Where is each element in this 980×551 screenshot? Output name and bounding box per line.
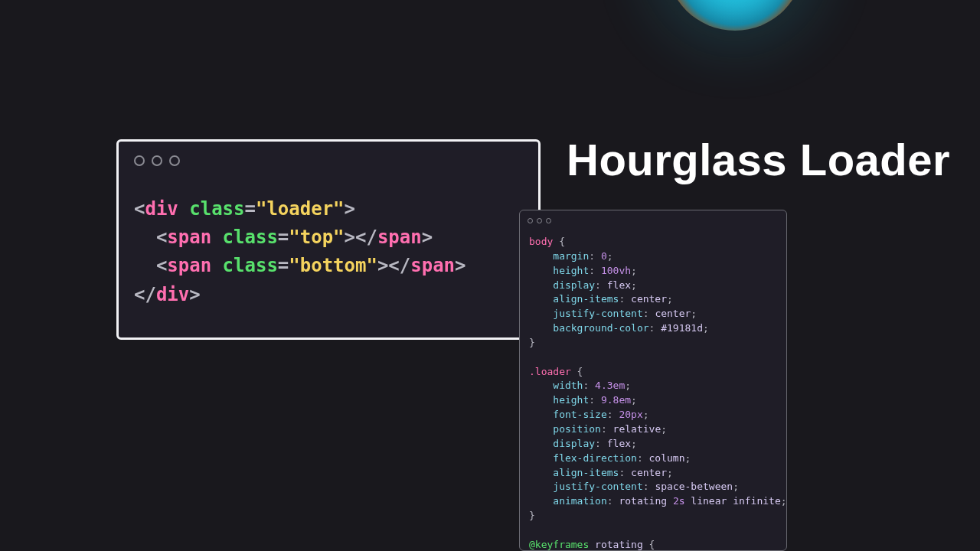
- code-token: [529, 250, 553, 262]
- code-token: ;: [667, 293, 673, 305]
- decorative-orb: [666, 0, 804, 31]
- code-token: [529, 279, 553, 291]
- code-line: }: [529, 336, 787, 350]
- code-token: space-between: [655, 481, 733, 492]
- code-token: flex: [607, 279, 631, 291]
- code-token: ;: [685, 452, 691, 464]
- code-token: ></: [345, 227, 377, 248]
- code-token: span: [410, 255, 455, 276]
- code-token: align-items: [553, 467, 619, 478]
- code-token: ;: [631, 438, 637, 449]
- code-token: {: [643, 539, 655, 550]
- code-token: [211, 227, 222, 248]
- code-line: position: relative;: [529, 422, 787, 437]
- code-token: ></: [377, 255, 410, 276]
- code-token: >: [422, 227, 433, 248]
- code-line: justify-content: center;: [529, 307, 787, 321]
- code-line: <span class="top"></span>: [134, 223, 466, 252]
- code-token: span: [167, 227, 211, 248]
- code-token: }: [529, 510, 535, 521]
- code-token: ;: [667, 467, 673, 478]
- code-token: ;: [691, 308, 697, 319]
- code-line: background-color: #19181d;: [529, 321, 787, 336]
- code-line: <div class="loader">: [134, 195, 466, 223]
- code-token: body: [529, 236, 553, 247]
- code-token: justify-content: [553, 481, 642, 492]
- code-token: center: [631, 467, 667, 478]
- code-token: height: [553, 394, 589, 406]
- code-token: :: [643, 481, 655, 492]
- code-token: =: [245, 198, 256, 220]
- code-token: {: [553, 236, 565, 247]
- code-token: :: [583, 380, 595, 391]
- code-line: </div>: [134, 281, 466, 309]
- code-token: .loader: [529, 366, 571, 377]
- code-line: .loader {: [529, 365, 787, 380]
- code-token: [529, 322, 553, 334]
- code-line: @keyframes rotating {: [529, 538, 787, 551]
- code-token: ;: [625, 380, 631, 391]
- code-token: </: [134, 284, 156, 305]
- code-token: [529, 481, 553, 492]
- code-token: <: [134, 227, 167, 248]
- window-dot-icon: [152, 155, 162, 166]
- code-token: :: [607, 495, 619, 507]
- code-token: [589, 539, 595, 550]
- code-token: rotating: [595, 539, 643, 550]
- code-token: <: [134, 198, 145, 220]
- code-line: font-size: 20px;: [529, 408, 787, 422]
- code-token: center: [631, 293, 667, 305]
- code-token: span: [167, 255, 211, 276]
- code-token: 4.3em: [595, 380, 625, 391]
- code-token: :: [637, 452, 649, 464]
- code-token: [529, 423, 553, 435]
- code-token: justify-content: [553, 308, 642, 319]
- code-token: background-color: [553, 322, 648, 334]
- code-token: display: [553, 279, 595, 291]
- code-token: {: [571, 366, 583, 377]
- code-token: :: [649, 322, 662, 334]
- window-dot-icon: [546, 218, 551, 223]
- traffic-lights: [134, 155, 180, 166]
- code-token: @keyframes: [529, 539, 589, 550]
- code-token: 20px: [619, 409, 642, 420]
- code-token: [529, 394, 553, 406]
- code-token: div: [145, 198, 178, 220]
- code-token: [211, 255, 222, 276]
- code-token: column: [649, 452, 685, 464]
- code-token: [529, 452, 553, 464]
- code-line: align-items: center;: [529, 466, 787, 481]
- code-token: [529, 467, 553, 478]
- code-token: :: [595, 438, 607, 449]
- code-token: ;: [607, 250, 613, 262]
- code-token: :: [589, 265, 601, 276]
- code-token: "bottom": [289, 255, 377, 276]
- code-token: [529, 495, 553, 507]
- code-line: }: [529, 509, 787, 523]
- code-token: class: [223, 255, 278, 276]
- code-token: 9.8em: [601, 394, 631, 406]
- code-line: <span class="bottom"></span>: [134, 252, 466, 280]
- code-token: ;: [703, 322, 709, 334]
- code-token: :: [619, 467, 631, 478]
- code-token: :: [589, 394, 601, 406]
- code-token: =: [278, 227, 289, 248]
- code-token: 2s: [673, 495, 685, 507]
- code-line: display: flex;: [529, 437, 787, 452]
- code-line: [529, 523, 787, 538]
- code-token: :: [643, 308, 655, 319]
- code-token: >: [345, 198, 355, 220]
- css-code-block: body { margin: 0; height: 100vh; display…: [529, 235, 787, 551]
- code-line: margin: 0;: [529, 249, 787, 264]
- code-token: #19181d: [661, 322, 703, 334]
- code-token: animation: [553, 495, 606, 507]
- code-token: =: [278, 255, 289, 276]
- code-token: span: [377, 227, 422, 248]
- code-line: flex-direction: column;: [529, 452, 787, 466]
- code-token: <: [134, 255, 167, 276]
- html-code-window: <div class="loader"> <span class="top"><…: [116, 139, 541, 340]
- code-token: :: [601, 423, 613, 435]
- code-token: align-items: [553, 293, 619, 305]
- code-token: [529, 380, 553, 391]
- code-token: "top": [289, 227, 344, 248]
